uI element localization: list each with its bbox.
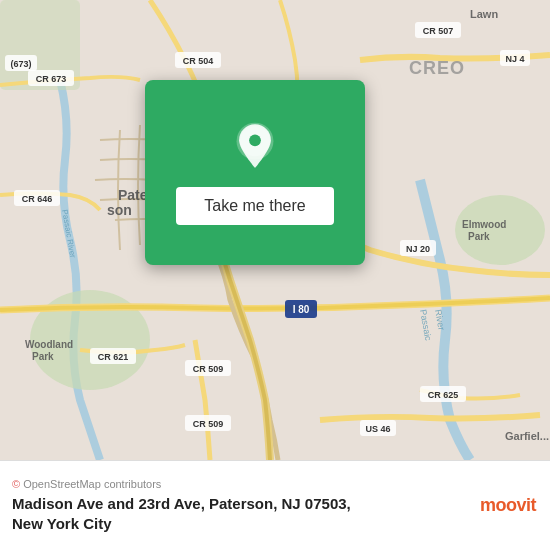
map-container: CR 673 (673) CR 504 CR 507 NJ 4 NJ 20 CR… [0,0,550,460]
svg-text:Woodland: Woodland [25,339,73,350]
svg-text:CR 625: CR 625 [428,390,459,400]
address-text: Madison Ave and 23rd Ave, Paterson, NJ 0… [12,494,351,533]
copyright-line: © OpenStreetMap contributors [12,478,351,490]
svg-text:CR 509: CR 509 [193,419,224,429]
copyright-icon: © [12,478,20,490]
svg-text:CR 621: CR 621 [98,352,129,362]
svg-text:I 80: I 80 [293,304,310,315]
svg-text:(673): (673) [10,59,31,69]
svg-text:Lawn: Lawn [470,8,498,20]
svg-point-2 [455,195,545,265]
svg-text:CR 509: CR 509 [193,364,224,374]
svg-text:son: son [107,202,132,218]
svg-text:CR 673: CR 673 [36,74,67,84]
svg-text:NJ 4: NJ 4 [505,54,524,64]
location-pin-icon [229,121,281,173]
svg-text:CR 504: CR 504 [183,56,214,66]
location-card: Take me there [145,80,365,265]
svg-text:Garfiel...: Garfiel... [505,430,549,442]
bottom-bar: © OpenStreetMap contributors Madison Ave… [0,460,550,550]
address-block: © OpenStreetMap contributors Madison Ave… [12,478,351,533]
svg-text:CR 646: CR 646 [22,194,53,204]
svg-text:CR 507: CR 507 [423,26,454,36]
svg-text:Elmwood: Elmwood [462,219,506,230]
svg-text:Park: Park [32,351,54,362]
svg-text:Park: Park [468,231,490,242]
svg-text:NJ 20: NJ 20 [406,244,430,254]
moovit-logo: moovit [466,495,536,516]
creo-watermark: CREO [409,58,465,79]
svg-text:US 46: US 46 [365,424,390,434]
take-me-there-button[interactable]: Take me there [176,187,333,225]
svg-point-43 [249,134,261,146]
moovit-brand-text: moovit [480,495,536,516]
